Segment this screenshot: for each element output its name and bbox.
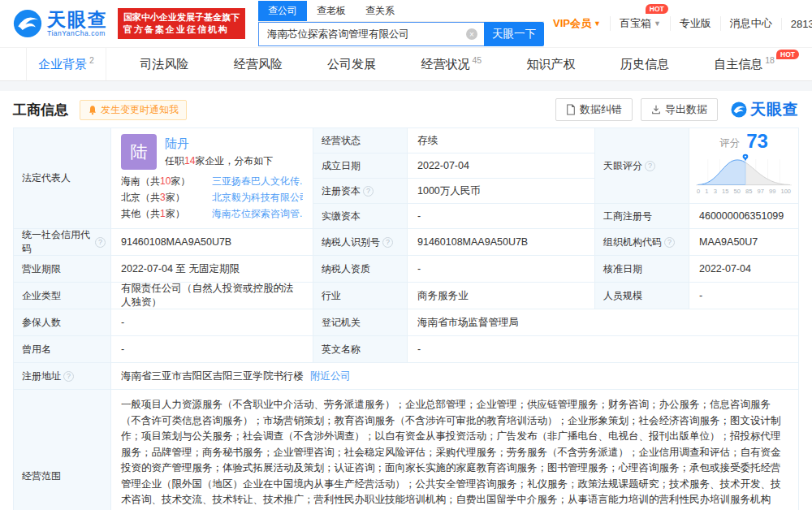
field-label-company-type: 企业类型 — [14, 283, 110, 309]
help-icon[interactable]: ? — [645, 161, 655, 171]
download-icon — [651, 105, 661, 115]
field-label-taxpayer-id: 纳税人识别号? — [313, 229, 407, 255]
tianyancha-logo-icon — [13, 9, 42, 38]
export-data-button[interactable]: 导出数据 — [641, 98, 718, 121]
field-label-insured-count: 参保人数 — [14, 309, 110, 335]
nav-user-counter[interactable]: 2813... — [781, 18, 812, 30]
field-label-tyc-score: 天眼评分? — [595, 128, 689, 203]
chevron-down-icon: ▼ — [654, 19, 661, 28]
tab-intellectual-property[interactable]: 知识产权 — [515, 48, 586, 80]
rep-distribution-row: 海南（共10家） 三亚扬春巴人文化传...等 — [121, 173, 303, 189]
section-title: 工商信息 — [13, 101, 68, 119]
field-value-business-scope: 一般项目人力资源服务（不含职业中介活动、劳务派遣服务）；企业总部管理；企业管理；… — [111, 390, 798, 510]
search-input-box: × — [258, 22, 484, 46]
search-area: 查公司 查老板 查关系 × 天眼一下 — [258, 1, 544, 46]
legal-rep-name-link[interactable]: 陆丹 — [165, 136, 273, 152]
avatar: 陆 — [121, 134, 157, 170]
field-value-taxpayer-id: 91460108MAA9A50U7B — [408, 229, 594, 255]
field-label-business-scope: 经营范围 — [14, 390, 110, 510]
help-icon[interactable]: ? — [95, 237, 106, 248]
field-value-approval-date: 2022-07-04 — [689, 256, 798, 282]
field-value-former-name: - — [111, 336, 313, 362]
search-button[interactable]: 天眼一下 — [484, 22, 544, 46]
legal-rep-desc: 任职14家企业，分布如下 — [165, 154, 273, 168]
field-label-industry: 行业 — [313, 283, 407, 309]
field-value-registry: 海南省市场监督管理局 — [408, 309, 798, 335]
nearby-companies-link[interactable]: 附近公司 — [310, 370, 351, 383]
help-icon[interactable]: ? — [382, 237, 393, 248]
clear-icon[interactable]: × — [466, 28, 477, 40]
field-label-business-term: 营业期限 — [14, 256, 110, 282]
company-tabbar: 企业背景2 司法风险 经营风险 公司发展 经营状况45 知识产权 历史信息 自主… — [0, 48, 812, 81]
score-value: 评分73 — [696, 131, 792, 153]
tab-operation-risk[interactable]: 经营风险 — [222, 48, 294, 80]
field-label-credit-code: 统一社会信用代码? — [14, 229, 110, 255]
nav-vip[interactable]: VIP会员▼ — [544, 16, 610, 31]
logo-text-cn: 天眼查 — [47, 11, 108, 29]
field-value-registered-capital: 1000万人民币 — [408, 179, 594, 203]
data-correction-button[interactable]: 数据纠错 — [555, 98, 633, 121]
watermark-logo: 天眼查 — [731, 99, 799, 120]
notify-change-button[interactable]: 发生变更时通知我 — [80, 100, 187, 120]
nav-messages[interactable]: 消息中心 — [720, 16, 781, 31]
field-value-taxpayer-quality: - — [408, 256, 594, 282]
tab-company-development[interactable]: 公司发展 — [316, 48, 387, 80]
top-nav: VIP会员▼ HOT 百宝箱▼ 专业版 消息中心 2813... — [544, 16, 812, 31]
rep-distribution-row: 其他（共1家） 海南芯位探索咨询管... — [121, 205, 303, 222]
field-value-staff-size: - — [689, 283, 798, 309]
company-link[interactable]: 北京毅为科技有限公司 — [212, 192, 303, 203]
tab-company-background[interactable]: 企业背景2 — [26, 48, 106, 80]
help-icon[interactable]: ? — [363, 186, 374, 197]
section-header: 工商信息 发生变更时通知我 数据纠错 导出数据 天眼查 — [0, 91, 812, 128]
field-label-legal-rep: 法定代表人 — [14, 128, 110, 228]
field-label-operating-status: 经营状态 — [313, 128, 407, 153]
field-value-company-type: 有限责任公司（自然人投资或控股的法人独资） — [111, 283, 313, 309]
field-label-address: 注册地址? — [14, 363, 110, 389]
field-value-insured-count: - — [111, 309, 313, 335]
gov-certification-badge: 国家中小企业发展子基金旗下 官方备案企业征信机构 — [118, 8, 245, 39]
field-label-registry: 登记机关 — [313, 309, 407, 335]
field-label-former-name: 曾用名 — [14, 336, 110, 362]
field-label-approval-date: 核准日期 — [595, 256, 689, 282]
nav-pro[interactable]: 专业版 — [670, 16, 720, 31]
hot-badge: HOT — [646, 4, 668, 14]
rep-distribution-row: 北京（共3家） 北京毅为科技有限公司等 — [121, 189, 303, 205]
tab-history-info[interactable]: 历史信息 — [609, 48, 680, 80]
search-tab-boss[interactable]: 查老板 — [307, 1, 356, 21]
search-input[interactable] — [266, 28, 466, 41]
search-tabs: 查公司 查老板 查关系 — [258, 1, 544, 22]
field-value-registration-no: 460000006351099 — [689, 204, 798, 228]
score-axis-ticks: 0131550859799100 — [696, 188, 792, 195]
field-label-english-name: 英文名称 — [313, 336, 407, 362]
field-value-paid-in-capital: - — [408, 204, 594, 228]
field-value-operating-status: 存续 — [408, 128, 594, 153]
field-value-org-code: MAA9A50U7 — [689, 229, 798, 255]
field-value-established-date: 2022-07-04 — [408, 153, 594, 178]
help-icon[interactable]: ? — [664, 237, 675, 248]
search-tab-relation[interactable]: 查关系 — [356, 1, 404, 21]
tianyancha-logo[interactable]: 天眼查 TianYanCha.com — [13, 9, 108, 38]
field-label-taxpayer-quality: 纳税人资质 — [313, 256, 407, 282]
legal-rep-cell: 陆 陆丹 任职14家企业，分布如下 海南（共10家） 三亚扬春巴人文化传...等… — [111, 128, 313, 228]
field-value-industry: 商务服务业 — [408, 283, 594, 309]
logo-text-en: TianYanCha.com — [47, 29, 108, 37]
score-chart-cell: 评分73 0131550859799100 — [689, 128, 798, 203]
search-tab-company[interactable]: 查公司 — [258, 1, 307, 21]
bell-icon — [88, 105, 97, 115]
score-curve-chart — [696, 153, 792, 188]
field-label-registered-capital: 注册资本? — [313, 179, 407, 203]
divider-strip — [0, 81, 812, 91]
tab-operation-status[interactable]: 经营状况45 — [409, 48, 493, 80]
field-label-org-code: 组织机构代码? — [595, 229, 689, 255]
field-label-established-date: 成立日期 — [313, 153, 407, 178]
nav-toolbox[interactable]: HOT 百宝箱▼ — [610, 16, 670, 31]
tab-self-info[interactable]: 自主信息18 HOT — [702, 48, 786, 80]
field-value-address: 海南省三亚市吉阳区吉阳三亚学院书行楼 附近公司 — [111, 363, 798, 389]
top-header: 天眼查 TianYanCha.com 国家中小企业发展子基金旗下 官方备案企业征… — [0, 0, 812, 48]
business-info-table: 法定代表人 陆 陆丹 任职14家企业，分布如下 海南（共10家） 三亚扬春巴人文… — [13, 128, 799, 510]
help-icon[interactable]: ? — [63, 371, 74, 382]
tab-judicial-risk[interactable]: 司法风险 — [128, 48, 200, 80]
field-value-business-term: 2022-07-04 至 无固定期限 — [111, 256, 313, 282]
company-link[interactable]: 三亚扬春巴人文化传... — [212, 175, 303, 187]
company-link[interactable]: 海南芯位探索咨询管... — [212, 208, 303, 219]
